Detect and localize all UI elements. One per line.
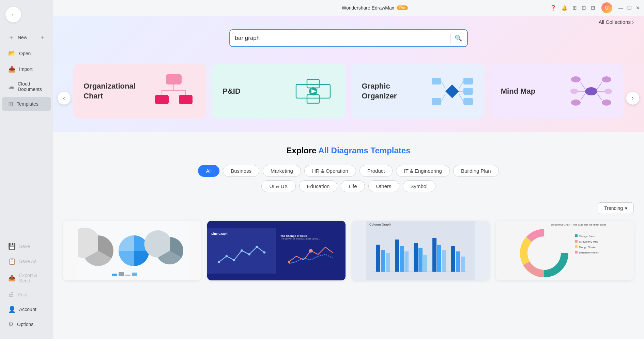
sidebar-item-label: Account bbox=[19, 307, 36, 312]
template-card-line[interactable]: Line Graph The Change of Sales The g bbox=[207, 221, 345, 280]
sidebar-item-templates[interactable]: ⊞ Templates bbox=[2, 97, 51, 111]
notification-icon[interactable]: 🔔 bbox=[561, 5, 568, 11]
svg-rect-69 bbox=[461, 257, 465, 272]
filter-hr[interactable]: HR & Operation bbox=[304, 165, 356, 177]
sidebar-item-save[interactable]: 💾 Save bbox=[2, 239, 51, 253]
sidebar-item-cloud[interactable]: ☁ Cloud Documents bbox=[2, 78, 51, 95]
chevron-right-icon: › bbox=[632, 19, 634, 25]
trending-label: Trending bbox=[604, 205, 623, 211]
carousel-card-title: Mind Map bbox=[501, 87, 535, 96]
svg-text:Mango Shake: Mango Shake bbox=[579, 246, 596, 249]
sidebar-item-print[interactable]: 🖨 Print bbox=[2, 288, 51, 302]
svg-rect-67 bbox=[451, 246, 455, 272]
titlebar: Wondershare EdrawMax Pro ❓ 🔔 ⊞ ⊡ ⊟ U — ❐… bbox=[106, 0, 644, 16]
filter-tabs-row2: UI & UX Education Life Others Symbol bbox=[63, 180, 634, 192]
search-box: 🔍 bbox=[229, 29, 468, 47]
carousel-card-graphic-organizer[interactable]: Graphic Organizer bbox=[352, 64, 485, 119]
carousel-card-img-pid bbox=[291, 71, 335, 112]
template-thumbnail-column: Column Graph bbox=[352, 221, 490, 280]
template-card-pie[interactable] bbox=[63, 221, 201, 280]
options-icon: ⚙ bbox=[8, 321, 14, 328]
sidebar-item-label: Options bbox=[17, 322, 33, 327]
carousel-card-pid[interactable]: P&ID bbox=[212, 64, 345, 119]
minimize-button[interactable]: — bbox=[618, 5, 623, 11]
svg-rect-9 bbox=[307, 95, 319, 103]
search-input[interactable] bbox=[235, 35, 446, 42]
svg-rect-0 bbox=[166, 74, 182, 84]
sidebar-item-open[interactable]: 📂 Open bbox=[2, 46, 51, 61]
svg-line-35 bbox=[597, 94, 602, 100]
trending-bar: Trending ▾ bbox=[53, 199, 644, 217]
carousel-prev-button[interactable]: ‹ bbox=[58, 92, 71, 105]
filter-others[interactable]: Others bbox=[368, 180, 399, 192]
svg-point-23 bbox=[585, 87, 597, 95]
cloud-upload-icon[interactable]: ⊡ bbox=[582, 5, 586, 11]
filter-marketing[interactable]: Marketing bbox=[263, 165, 301, 177]
carousel-card-mind-map[interactable]: Mind Map bbox=[491, 64, 624, 119]
svg-rect-66 bbox=[442, 250, 446, 272]
template-thumbnail-line: Line Graph The Change of Sales The g bbox=[207, 221, 345, 280]
template-card-doughnut[interactable]: Doughnut Chart · The Summer ice drink sa… bbox=[496, 221, 634, 280]
app-name: Wondershare EdrawMax bbox=[342, 5, 394, 11]
carousel-card-title: P&ID bbox=[223, 87, 241, 96]
all-collections-link[interactable]: All Collections › bbox=[599, 19, 634, 25]
help-icon[interactable]: ❓ bbox=[550, 5, 556, 11]
explore-title-blue: All Diagrams Templates bbox=[318, 146, 410, 155]
settings-icon[interactable]: ⊟ bbox=[591, 5, 595, 11]
svg-rect-8 bbox=[307, 79, 319, 88]
sidebar-item-import[interactable]: 📥 Import bbox=[2, 62, 51, 76]
svg-rect-13 bbox=[432, 78, 441, 84]
svg-rect-6 bbox=[179, 95, 193, 104]
svg-rect-63 bbox=[423, 255, 427, 272]
sidebar-item-options[interactable]: ⚙ Options bbox=[2, 317, 51, 332]
svg-rect-62 bbox=[418, 248, 423, 272]
filter-product[interactable]: Product bbox=[359, 165, 393, 177]
svg-point-48 bbox=[248, 253, 250, 256]
filter-all[interactable]: All bbox=[198, 165, 219, 177]
search-icon[interactable]: 🔍 bbox=[455, 34, 462, 42]
carousel-card-img-org bbox=[152, 71, 196, 112]
sidebar-item-saveas[interactable]: 📋 Save As bbox=[2, 254, 51, 268]
back-button[interactable]: ← bbox=[5, 7, 21, 22]
sidebar-item-account[interactable]: 👤 Account bbox=[2, 302, 51, 317]
sidebar-item-export[interactable]: 📤 Export & Send bbox=[2, 269, 51, 287]
svg-line-20 bbox=[459, 81, 463, 89]
carousel-card-org-chart[interactable]: Organizational Chart bbox=[73, 64, 206, 119]
all-collections-label: All Collections bbox=[599, 19, 631, 25]
template-thumbnail-doughnut: Doughnut Chart · The Summer ice drink sa… bbox=[496, 221, 634, 280]
open-icon: 📂 bbox=[8, 50, 16, 57]
carousel-next-button[interactable]: › bbox=[626, 92, 639, 105]
svg-rect-61 bbox=[414, 243, 418, 272]
filter-business[interactable]: Business bbox=[223, 165, 259, 177]
carousel-card-img-go bbox=[430, 71, 474, 112]
template-card-column[interactable]: Column Graph bbox=[352, 221, 490, 280]
svg-marker-12 bbox=[445, 84, 459, 98]
grid-icon[interactable]: ⊞ bbox=[572, 5, 577, 11]
carousel-card-title: Graphic Organizer bbox=[362, 81, 420, 101]
maximize-button[interactable]: ❐ bbox=[627, 5, 632, 11]
titlebar-controls: ❓ 🔔 ⊞ ⊡ ⊟ U — ❐ ✕ bbox=[550, 2, 640, 13]
filter-life[interactable]: Life bbox=[341, 180, 365, 192]
svg-rect-41 bbox=[119, 272, 124, 276]
templates-icon: ⊞ bbox=[8, 100, 13, 108]
main-content: Wondershare EdrawMax Pro ❓ 🔔 ⊞ ⊡ ⊟ U — ❐… bbox=[53, 0, 644, 339]
window-controls: — ❐ ✕ bbox=[618, 5, 640, 11]
sidebar-item-label: Save As bbox=[19, 259, 36, 264]
sidebar-item-label: Save bbox=[19, 244, 30, 249]
filter-building[interactable]: Building Plan bbox=[453, 165, 499, 177]
filter-education[interactable]: Education bbox=[299, 180, 338, 192]
svg-line-18 bbox=[441, 81, 445, 89]
trending-dropdown[interactable]: Trending ▾ bbox=[598, 202, 634, 214]
svg-rect-59 bbox=[400, 246, 404, 272]
svg-rect-60 bbox=[404, 251, 409, 272]
explore-title-normal: Explore bbox=[286, 146, 318, 155]
filter-symbol[interactable]: Symbol bbox=[403, 180, 435, 192]
sidebar-item-new[interactable]: ＋ New ＋ bbox=[2, 30, 51, 45]
svg-point-26 bbox=[570, 89, 578, 94]
user-avatar[interactable]: U bbox=[601, 2, 612, 13]
svg-rect-65 bbox=[437, 245, 441, 272]
close-button[interactable]: ✕ bbox=[636, 5, 640, 11]
plus-icon: ＋ bbox=[40, 34, 45, 41]
filter-ui[interactable]: UI & UX bbox=[261, 180, 295, 192]
filter-it[interactable]: IT & Engineering bbox=[396, 165, 449, 177]
